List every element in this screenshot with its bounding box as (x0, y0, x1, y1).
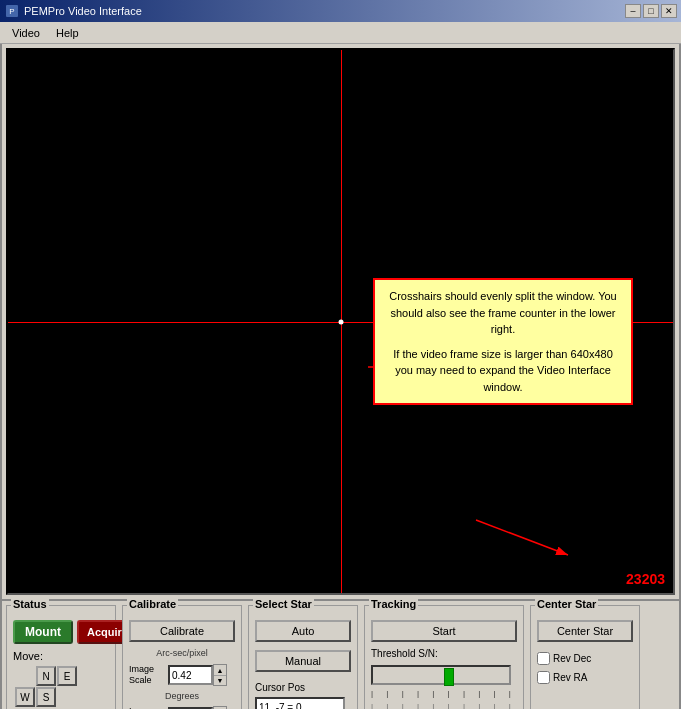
slider-tick-labels-2: ||||| ||||| (371, 702, 511, 709)
select-star-section: Select Star Auto Manual Cursor Pos 11, -… (248, 605, 358, 709)
tracking-section-label: Tracking (369, 598, 418, 610)
rev-dec-checkbox[interactable] (537, 652, 550, 665)
rev-dec-label: Rev Dec (553, 653, 591, 664)
manual-button[interactable]: Manual (255, 650, 351, 672)
north-button[interactable]: N (36, 666, 56, 686)
calibrate-section-label: Calibrate (127, 598, 178, 610)
center-star-button[interactable]: Center Star (537, 620, 633, 642)
calibrate-button[interactable]: Calibrate (129, 620, 235, 642)
callout-text-2: If the video frame size is larger than 6… (385, 346, 621, 396)
status-section-label: Status (11, 598, 49, 610)
image-scale-input[interactable] (168, 665, 213, 685)
app-icon: P (4, 3, 20, 19)
threshold-slider-track[interactable] (371, 665, 511, 685)
mount-button[interactable]: Mount (13, 620, 73, 644)
rev-ra-checkbox[interactable] (537, 671, 550, 684)
image-scale-label: ImageScale (129, 664, 165, 686)
image-scale-spinner[interactable]: ▲ ▼ (213, 664, 227, 686)
menu-video[interactable]: Video (4, 25, 48, 41)
tracking-section: Tracking Start Threshold S/N: ||||| ||||… (364, 605, 524, 709)
menu-help[interactable]: Help (48, 25, 87, 41)
callout-box: Crosshairs should evenly split the windo… (373, 278, 633, 405)
start-button[interactable]: Start (371, 620, 517, 642)
status-section: Status Mount Acquiring Move: N E W S Tra… (6, 605, 116, 709)
crosshair-center (338, 319, 343, 324)
main-window: 23203 Crosshairs should (0, 44, 681, 709)
west-button[interactable]: W (15, 687, 35, 707)
arc-sec-label: Arc-sec/pixel (129, 648, 235, 658)
frame-counter: 23203 (626, 571, 665, 587)
degrees-label: Degrees (129, 691, 235, 701)
image-scale-up[interactable]: ▲ (214, 665, 226, 675)
east-button[interactable]: E (57, 666, 77, 686)
threshold-label: Threshold S/N: (371, 648, 517, 659)
calibrate-section: Calibrate Calibrate Arc-sec/pixel ImageS… (122, 605, 242, 709)
title-bar: P PEMPro Video Interface – □ ✕ (0, 0, 681, 22)
video-area: 23203 Crosshairs should (6, 48, 675, 595)
move-label: Move: (13, 650, 43, 662)
bottom-panel: Status Mount Acquiring Move: N E W S Tra… (2, 599, 679, 709)
slider-tick-marks: ||||| ||||| (371, 689, 511, 698)
center-star-section-label: Center Star (535, 598, 598, 610)
callout-text-1: Crosshairs should evenly split the windo… (385, 288, 621, 338)
window-title: PEMPro Video Interface (24, 5, 142, 17)
cursor-pos-display: 11, -7 = 0 (255, 697, 345, 709)
center-star-section: Center Star Center Star Rev Dec Rev RA (530, 605, 640, 709)
svg-text:P: P (9, 7, 14, 16)
cursor-pos-label: Cursor Pos (255, 682, 351, 693)
south-button[interactable]: S (36, 687, 56, 707)
minimize-button[interactable]: – (625, 4, 641, 18)
threshold-slider-thumb[interactable] (444, 668, 454, 686)
auto-button[interactable]: Auto (255, 620, 351, 642)
menu-bar: Video Help (0, 22, 681, 44)
maximize-button[interactable]: □ (643, 4, 659, 18)
close-button[interactable]: ✕ (661, 4, 677, 18)
rev-ra-label: Rev RA (553, 672, 587, 683)
svg-line-4 (476, 520, 568, 555)
select-star-section-label: Select Star (253, 598, 314, 610)
image-scale-down[interactable]: ▼ (214, 675, 226, 685)
